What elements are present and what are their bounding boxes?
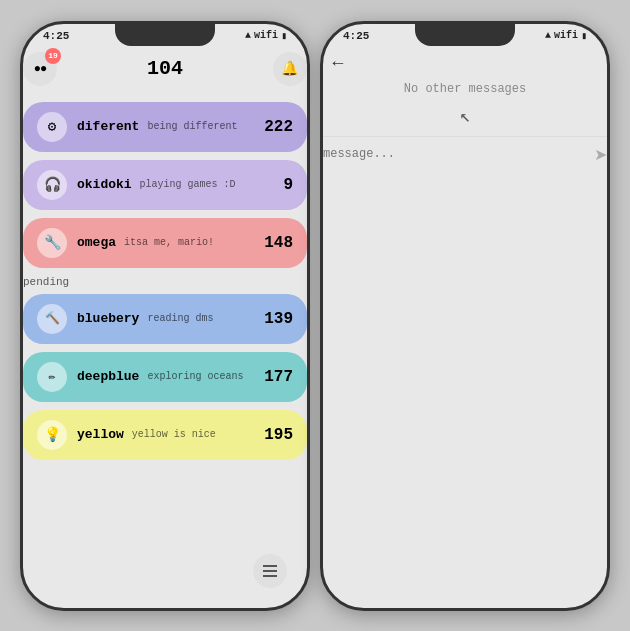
contact-name-okidoki: okidoki (77, 177, 132, 192)
contact-card-bluebery[interactable]: 🔨 bluebery reading dms 139 (23, 294, 307, 344)
contact-status-okidoki: playing games :D (140, 179, 236, 190)
contact-name-deepblue: deepblue (77, 369, 139, 384)
contact-card-omega[interactable]: 🔧 omega itsa me, mario! 148 (23, 218, 307, 268)
pending-label: pending (23, 276, 307, 288)
phone-header: ●● 19 104 🔔 (23, 48, 307, 90)
avatar-yellow: 💡 (37, 420, 67, 450)
contact-status-omega: itsa me, mario! (124, 237, 214, 248)
battery-icon: ▮ (281, 30, 287, 42)
contact-info-yellow: yellow yellow is nice (77, 427, 264, 442)
contact-info-okidoki: okidoki playing games :D (77, 177, 283, 192)
contact-info-omega: omega itsa me, mario! (77, 235, 264, 250)
contact-status-deepblue: exploring oceans (147, 371, 243, 382)
contact-status-yellow: yellow is nice (132, 429, 216, 440)
avatar-deepblue: ✏ (37, 362, 67, 392)
bottom-menu-button[interactable] (253, 554, 287, 588)
contact-card-diferent[interactable]: ⚙ diferent being different 222 (23, 102, 307, 152)
message-input-row: ➤ (323, 136, 607, 172)
phone-1: 4:25 ▲ wifi ▮ ●● 19 104 🔔 ⚙ (20, 21, 310, 611)
contact-card-okidoki[interactable]: 🎧 okidoki playing games :D 9 (23, 160, 307, 210)
avatar-okidoki: 🎧 (37, 170, 67, 200)
contact-info-deepblue: deepblue exploring oceans (77, 369, 264, 384)
dots-icon: ●● (34, 62, 46, 76)
cursor-icon: ↖ (460, 105, 471, 127)
contact-card-yellow[interactable]: 💡 yellow yellow is nice 195 (23, 410, 307, 460)
time-1: 4:25 (43, 30, 69, 42)
send-icon: ➤ (594, 146, 607, 163)
bell-icon: 🔔 (281, 60, 298, 77)
contact-score-omega: 148 (264, 234, 293, 252)
contact-card-deepblue[interactable]: ✏ deepblue exploring oceans 177 (23, 352, 307, 402)
contact-info-diferent: diferent being different (77, 119, 264, 134)
contact-status-bluebery: reading dms (147, 313, 213, 324)
contact-score-bluebery: 139 (264, 310, 293, 328)
contact-name-omega: omega (77, 235, 116, 250)
time-2: 4:25 (343, 30, 369, 42)
contact-score-okidoki: 9 (283, 176, 293, 194)
contact-name-diferent: diferent (77, 119, 139, 134)
avatar-diferent: ⚙ (37, 112, 67, 142)
contact-score-diferent: 222 (264, 118, 293, 136)
status-bar-2: 4:25 ▲ wifi ▮ (323, 24, 607, 44)
contact-name-bluebery: bluebery (77, 311, 139, 326)
bell-button[interactable]: 🔔 (273, 52, 307, 86)
signal-icon-2: ▲ (545, 30, 551, 41)
no-messages-text: No other messages (404, 82, 526, 96)
notification-badge: 19 (45, 48, 61, 64)
hamburger-icon (263, 565, 277, 577)
total-count: 104 (147, 57, 183, 80)
phone-2: 4:25 ▲ wifi ▮ ← No other messages ↖ (320, 21, 610, 611)
contact-status-diferent: being different (147, 121, 237, 132)
back-icon: ← (333, 53, 344, 73)
status-icons-2: ▲ wifi ▮ (545, 30, 587, 42)
wifi-icon-2: wifi (554, 30, 578, 41)
contact-name-yellow: yellow (77, 427, 124, 442)
battery-icon-2: ▮ (581, 30, 587, 42)
signal-icon: ▲ (245, 30, 251, 41)
status-icons-1: ▲ wifi ▮ (245, 30, 287, 42)
avatar-bluebery: 🔨 (37, 304, 67, 334)
contact-score-deepblue: 177 (264, 368, 293, 386)
back-button[interactable]: ← (323, 48, 353, 78)
message-input[interactable] (323, 147, 586, 161)
messages-area: No other messages (323, 82, 607, 96)
wifi-icon: wifi (254, 30, 278, 41)
menu-button[interactable]: ●● 19 (23, 52, 57, 86)
send-button[interactable]: ➤ (594, 145, 607, 164)
contact-score-yellow: 195 (264, 426, 293, 444)
status-bar-1: 4:25 ▲ wifi ▮ (23, 24, 307, 44)
cursor-area: ↖ (323, 96, 607, 136)
avatar-omega: 🔧 (37, 228, 67, 258)
contact-info-bluebery: bluebery reading dms (77, 311, 264, 326)
